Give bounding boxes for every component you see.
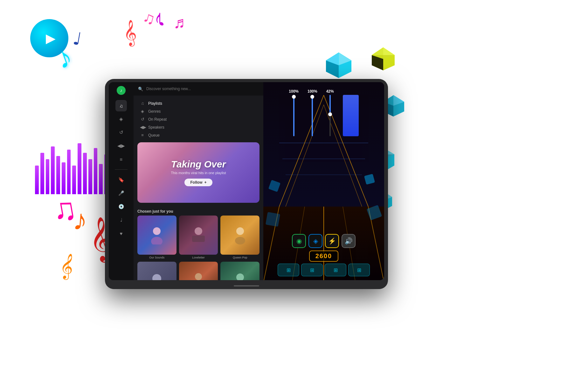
- eq-bar: [56, 156, 60, 194]
- slider-pct-1: 100%: [289, 89, 299, 94]
- follow-button[interactable]: Follow +: [184, 179, 212, 186]
- follow-label: Follow: [190, 180, 202, 185]
- slider-track-2[interactable]: [312, 95, 313, 136]
- svg-point-40: [195, 273, 202, 280]
- eq-bar: [40, 153, 44, 194]
- onrepeat-icon: ↺: [140, 117, 145, 122]
- svg-point-36: [236, 227, 244, 235]
- game-btn-2[interactable]: ⊞: [301, 264, 323, 276]
- svg-point-42: [236, 273, 244, 280]
- eq-bar: [78, 143, 81, 194]
- svg-marker-15: [393, 95, 404, 106]
- svg-point-34: [195, 227, 202, 235]
- treble-orange-sm: 𝄞: [58, 252, 76, 280]
- svg-point-37: [235, 237, 245, 244]
- speakers-icon: ◀▶: [140, 125, 145, 130]
- sidebar-icon-onrepeat[interactable]: ↺: [115, 127, 127, 138]
- eq-bars-deco: [35, 86, 108, 194]
- nav-onrepeat[interactable]: ↺ On Repeat: [138, 115, 259, 123]
- sidebar-icon-playlists[interactable]: ♫: [115, 100, 127, 111]
- game-btn-1[interactable]: ⊞: [278, 264, 299, 276]
- nav-genres-label: Genres: [148, 109, 161, 114]
- note-magenta-bottom: ♫: [50, 189, 80, 229]
- game-btn-2-icon: ⊞: [310, 267, 314, 273]
- nav-section: ♫ Playlists ◈ Genres ↺ On Repeat ◀▶ Spea…: [134, 96, 263, 139]
- eq-bar: [94, 148, 98, 194]
- slider-fill-2: [312, 95, 313, 136]
- search-icon: 🔍: [138, 87, 143, 91]
- svg-rect-35: [192, 236, 205, 242]
- svg-line-4: [339, 53, 351, 60]
- album-card-newtown[interactable]: New in Town: [220, 262, 259, 280]
- svg-marker-7: [372, 47, 395, 70]
- svg-marker-2: [326, 60, 339, 78]
- nav-playlists-label: Playlists: [148, 101, 162, 106]
- album-thumb-newtown: [220, 262, 259, 280]
- slider-thumb-3: [328, 112, 332, 116]
- gem-2: [370, 46, 396, 73]
- sidebar-icon-speakers[interactable]: ◀▶: [115, 140, 127, 152]
- sidebar-icon-genres[interactable]: ◈: [115, 113, 127, 125]
- svg-line-5: [326, 53, 339, 60]
- eq-bar: [72, 166, 76, 194]
- tablet-screen: ♪ ♫ ◈ ↺ ◀▶ ≡ 🔖 🎤 💿 ♩ ♥ 🔍: [109, 82, 384, 280]
- queue-icon: ≡: [140, 133, 145, 138]
- albums-grid: Our Sounds Loveletter: [134, 216, 263, 280]
- nav-queue-label: Queue: [148, 133, 160, 138]
- home-bar: [234, 285, 259, 287]
- nav-playlists[interactable]: ♫ Playlists: [138, 99, 259, 107]
- game-btn-4[interactable]: ⊞: [348, 264, 370, 276]
- album-card-dance[interactable]: Dance Anthems: [179, 262, 218, 280]
- album-card-loveletter[interactable]: Loveletter: [179, 216, 218, 259]
- sidebar-icon-library[interactable]: 🔖: [115, 174, 127, 186]
- slider-thumb-2: [310, 95, 314, 99]
- sidebar-icon-albums[interactable]: 💿: [115, 201, 127, 212]
- search-input[interactable]: [146, 87, 259, 91]
- slider-thumb-1: [292, 95, 296, 99]
- spotify-icon-btn[interactable]: ◉: [292, 234, 306, 248]
- svg-marker-3: [326, 53, 339, 65]
- hero-title: Taking Over: [171, 159, 226, 170]
- nav-speakers[interactable]: ◀▶ Speakers: [138, 123, 259, 131]
- svg-line-12: [383, 47, 395, 55]
- nav-genres[interactable]: ◈ Genres: [138, 107, 259, 115]
- game-btn-3-icon: ⊞: [334, 267, 338, 273]
- tablet: ♪ ♫ ◈ ↺ ◀▶ ≡ 🔖 🎤 💿 ♩ ♥ 🔍: [105, 79, 388, 289]
- sidebar-divider: [115, 169, 128, 170]
- svg-line-13: [372, 47, 383, 55]
- sidebar-icon-songs[interactable]: ♩: [115, 214, 127, 226]
- svg-point-38: [152, 274, 161, 280]
- album-card-bops[interactable]: Bops: [137, 262, 176, 280]
- big-bar[interactable]: [343, 95, 359, 136]
- edge-icon-btn[interactable]: ◈: [308, 234, 322, 248]
- sidebar-icon-liked[interactable]: ♥: [115, 228, 127, 239]
- slider-track-3[interactable]: [329, 95, 331, 136]
- bolt-icon-btn[interactable]: ⚡: [325, 234, 339, 248]
- album-card-oursounds[interactable]: Our Sounds: [137, 216, 176, 259]
- slider-fill-1: [293, 95, 294, 136]
- sidebar-icon-artists[interactable]: 🎤: [115, 188, 127, 199]
- album-label-oursounds: Our Sounds: [137, 255, 176, 259]
- sound-icon-btn[interactable]: 🔊: [342, 234, 356, 248]
- nav-onrepeat-label: On Repeat: [148, 117, 167, 122]
- sidebar-icon-queue[interactable]: ≡: [115, 153, 127, 165]
- svg-marker-1: [339, 53, 351, 65]
- score-display: 2600: [309, 251, 339, 262]
- album-card-queenpop[interactable]: Queen Pop: [220, 216, 259, 259]
- gem-1: [324, 51, 353, 81]
- app-logo: ♪: [117, 86, 126, 95]
- nav-queue[interactable]: ≡ Queue: [138, 131, 259, 139]
- hero-card: Taking Over This months viral hits in on…: [137, 142, 259, 203]
- right-panel: 100% 100%: [263, 82, 384, 280]
- eq-bar: [62, 162, 66, 194]
- svg-marker-11: [372, 55, 395, 59]
- game-btn-4-icon: ⊞: [357, 267, 361, 273]
- playlists-icon: ♫: [140, 101, 145, 106]
- tablet-bottom: [105, 283, 388, 289]
- note-cyan-deco: ♪: [52, 40, 77, 75]
- section-title: Chosen just for you: [134, 206, 263, 216]
- genres-icon: ◈: [140, 109, 145, 114]
- game-btn-3[interactable]: ⊞: [325, 264, 346, 276]
- slider-track-1[interactable]: [293, 95, 294, 136]
- note-orange-bottom: ♪: [72, 203, 89, 237]
